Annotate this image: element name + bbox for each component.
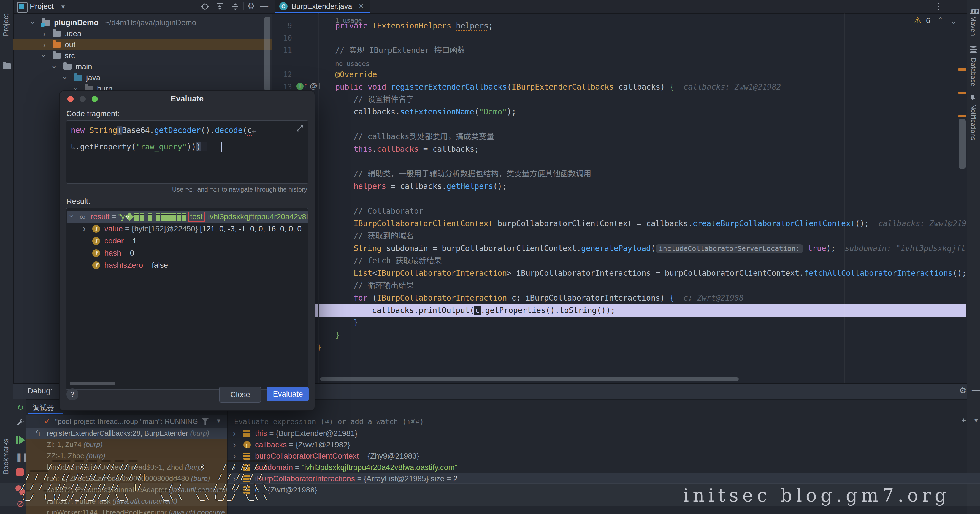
code-line[interactable]: List<IBurpCollaboratorInteraction> iBurp… bbox=[354, 267, 966, 279]
code-line[interactable]: no usages bbox=[335, 57, 370, 70]
code-line[interactable]: String subdomain = burpCollaboratorClien… bbox=[354, 242, 966, 254]
code-line[interactable]: @Override bbox=[335, 69, 377, 81]
collapse-all-icon[interactable] bbox=[231, 2, 240, 11]
debug-settings-gear-icon[interactable]: ⚙ bbox=[959, 385, 967, 395]
chevron-right-icon[interactable]: › bbox=[233, 428, 236, 439]
chevron-down-icon[interactable]: › bbox=[71, 88, 82, 91]
chevron-right-icon[interactable]: › bbox=[83, 223, 86, 234]
variable-row[interactable]: ›iBurpCollaboratorInteractions = {ArrayL… bbox=[228, 473, 980, 484]
chevron-right-icon[interactable]: › bbox=[233, 439, 236, 450]
code-line[interactable]: IBurpCollaboratorClientContext burpColla… bbox=[354, 217, 966, 230]
resume-icon[interactable] bbox=[19, 436, 25, 444]
fold-marker-icon[interactable]: − bbox=[313, 83, 320, 89]
tool-window-label-database[interactable]: Database bbox=[969, 58, 977, 86]
editor-kebab-menu-icon[interactable]: ⋮ bbox=[934, 1, 943, 11]
stripe-warning-mark[interactable] bbox=[958, 115, 966, 118]
chevron-down-icon[interactable]: › bbox=[28, 21, 39, 24]
code-line[interactable]: } bbox=[317, 342, 321, 354]
tab-close-icon[interactable]: ✕ bbox=[359, 3, 364, 10]
code-line[interactable]: // 实现 IBurpExtender 接口函数 bbox=[335, 44, 465, 56]
editor-vertical-scrollbar[interactable] bbox=[959, 119, 966, 169]
project-tree-scrollbar[interactable] bbox=[264, 16, 270, 91]
expand-editor-icon[interactable] bbox=[296, 124, 304, 132]
tool-window-label-bookmarks[interactable]: Bookmarks bbox=[2, 439, 10, 474]
tab-label[interactable]: BurpExtender.java bbox=[291, 2, 352, 11]
code-line[interactable]: this.callbacks = callbacks; bbox=[354, 143, 479, 155]
override-arrow-icon[interactable]: ↑ bbox=[304, 81, 308, 90]
watch-options-icon[interactable]: ▼ bbox=[974, 418, 979, 424]
project-settings-gear-icon[interactable]: ⚙ bbox=[247, 1, 255, 11]
code-line[interactable]: for (IBurpCollaboratorInteraction c: iBu… bbox=[354, 292, 744, 304]
warning-triangle-icon[interactable]: ⚠ bbox=[914, 16, 921, 25]
close-button[interactable]: Close bbox=[219, 386, 261, 402]
stripe-warning-mark[interactable] bbox=[958, 69, 966, 70]
code-line[interactable]: // 获取到的域名 bbox=[354, 230, 414, 242]
tree-item-out[interactable]: ›out bbox=[13, 39, 272, 50]
tree-item-main[interactable]: ›main bbox=[13, 61, 272, 72]
code-line[interactable]: } bbox=[354, 316, 358, 329]
variable-row[interactable]: ›burpCollaboratorClientContext = {Zhy9@2… bbox=[228, 450, 980, 461]
thread-selector[interactable]: ✓ "pool-project-thread...roup "main": RU… bbox=[27, 415, 227, 428]
variable-row[interactable]: ›pcallbacks = {Zww1@21982} bbox=[228, 439, 980, 450]
debug-hide-icon[interactable]: — bbox=[972, 385, 980, 395]
notifications-bell-icon[interactable] bbox=[969, 94, 977, 102]
watch-input[interactable]: Evaluate expression (⏎) or add a watch (… bbox=[234, 418, 424, 426]
add-watch-icon[interactable]: + bbox=[961, 416, 966, 425]
chevron-down-icon[interactable]: › bbox=[49, 65, 60, 69]
variable-row[interactable]: ›this = {BurpExtender@21981} bbox=[228, 428, 980, 439]
result-row[interactable]: fhash = 0 bbox=[67, 247, 309, 259]
result-tree[interactable]: ›∞result = "y?test ivhl3pdsxkqjftrppu4r2… bbox=[66, 208, 309, 390]
stack-frame[interactable]: ↰registerExtenderCallbacks:28, BurpExten… bbox=[27, 428, 227, 439]
stack-frame[interactable]: runWorker:1144, ThreadPoolExecutor (java… bbox=[27, 507, 227, 514]
tab-debugger[interactable]: 调试器 bbox=[32, 402, 54, 412]
hide-panel-icon[interactable]: — bbox=[260, 1, 268, 11]
code-line[interactable]: // Collaborator bbox=[354, 205, 423, 217]
code-line[interactable]: callbacks.setExtensionName("Demo"); bbox=[354, 105, 516, 118]
maven-icon[interactable]: m bbox=[969, 5, 980, 16]
tree-item-idea[interactable]: ›.idea bbox=[13, 28, 272, 39]
prev-warning-icon[interactable]: ⌃ bbox=[938, 16, 943, 24]
code-line[interactable]: private IExtensionHelpers helpers; bbox=[335, 19, 493, 32]
thread-filter-icon[interactable] bbox=[202, 418, 209, 425]
chevron-down-icon[interactable]: › bbox=[38, 54, 49, 57]
code-line[interactable]: helpers = callbacks.getHelpers(); bbox=[354, 180, 507, 193]
rerun-icon[interactable]: ↻ bbox=[16, 402, 25, 412]
stack-frame[interactable]: Zl:-1, Zu74 (burp) bbox=[27, 439, 227, 450]
resume-icon[interactable] bbox=[16, 436, 18, 444]
project-tool-icon[interactable] bbox=[3, 64, 11, 70]
dialog-code-line[interactable]: new String(Base64.getDecoder().decode(c↵ bbox=[71, 124, 256, 137]
code-line[interactable]: // fetch 获取最新结果 bbox=[354, 254, 442, 267]
tool-window-label-notifications[interactable]: Notifications bbox=[969, 104, 977, 140]
chevron-down-icon[interactable]: › bbox=[60, 77, 71, 80]
database-icon[interactable] bbox=[970, 46, 977, 53]
tool-window-label-project[interactable]: Project bbox=[2, 14, 10, 36]
editor-horizontal-scrollbar[interactable] bbox=[320, 377, 739, 381]
next-warning-icon[interactable]: ⌄ bbox=[951, 18, 956, 26]
result-row[interactable]: fhashIsZero = false bbox=[67, 259, 309, 271]
tree-item-java[interactable]: ›java bbox=[13, 72, 272, 83]
result-row[interactable]: ›fvalue = {byte[152]@22450} [121, 0, -3,… bbox=[67, 223, 309, 235]
expand-all-icon[interactable] bbox=[215, 2, 224, 11]
chevron-right-icon[interactable]: › bbox=[43, 39, 46, 50]
code-line[interactable]: // 设置插件名字 bbox=[354, 93, 414, 105]
dialog-code-line[interactable]: ↳.getProperty("raw_query"))) bbox=[71, 140, 207, 153]
result-scrollbar[interactable] bbox=[70, 382, 115, 385]
variable-row[interactable]: ›subdomain = "ivhl3pdsxkqjftrppu4r20a42v… bbox=[228, 461, 980, 473]
locate-file-icon[interactable] bbox=[200, 2, 209, 11]
evaluate-button[interactable]: Evaluate bbox=[267, 386, 309, 402]
stripe-warning-mark[interactable] bbox=[958, 91, 966, 94]
project-view-title[interactable]: Project bbox=[30, 2, 54, 11]
code-line[interactable]: } bbox=[335, 329, 340, 342]
code-line[interactable]: // callbacks到处都要用，搞成类变量 bbox=[354, 131, 494, 143]
chevron-right-icon[interactable]: › bbox=[43, 28, 46, 39]
project-view-dropdown-icon[interactable]: ▼ bbox=[60, 3, 66, 11]
code-line-current[interactable]: callbacks.printOutput(c.getProperties().… bbox=[372, 304, 615, 316]
code-line[interactable]: // 辅助类，一般用于辅助分析数据包结构，类变量方便其他函数调用 bbox=[354, 168, 591, 180]
result-row[interactable]: ›∞result = "y?test ivhl3pdsxkqjftrppu4r2… bbox=[67, 211, 309, 223]
code-line[interactable]: public void registerExtenderCallbacks(IB… bbox=[335, 81, 781, 93]
tool-window-label-maven[interactable]: Maven bbox=[969, 16, 977, 36]
result-row[interactable]: fcoder = 1 bbox=[67, 235, 309, 247]
chevron-down-icon[interactable]: › bbox=[67, 215, 78, 218]
tree-item-pluginDemo[interactable]: ›pluginDemo ~/d4m1ts/java/pluginDemo bbox=[13, 17, 272, 28]
thread-dropdown-icon[interactable]: ▼ bbox=[216, 418, 221, 424]
